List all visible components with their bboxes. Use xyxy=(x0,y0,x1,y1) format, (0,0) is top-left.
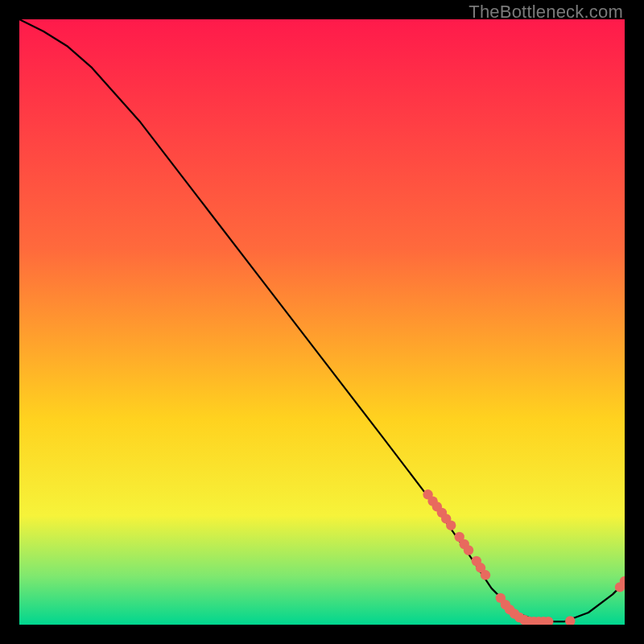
watermark-text: TheBottleneck.com xyxy=(469,2,623,23)
gradient-background xyxy=(19,19,625,625)
bottleneck-chart xyxy=(19,19,625,625)
data-marker xyxy=(481,570,490,580)
data-marker xyxy=(464,545,473,555)
data-marker xyxy=(446,521,456,530)
chart-frame xyxy=(19,19,625,625)
